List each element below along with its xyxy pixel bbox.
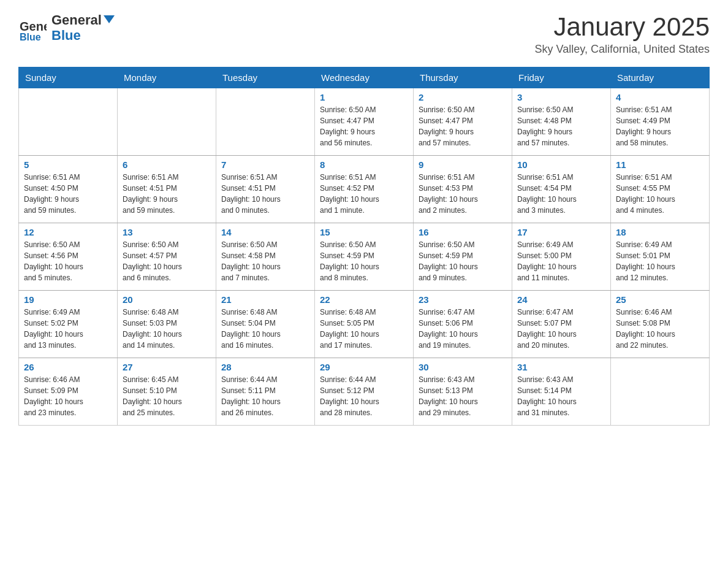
calendar-day-cell — [19, 88, 118, 156]
day-info: Sunrise: 6:50 AM Sunset: 4:57 PM Dayligh… — [123, 239, 211, 283]
calendar-day-header: Saturday — [611, 67, 710, 88]
day-info: Sunrise: 6:48 AM Sunset: 5:03 PM Dayligh… — [123, 307, 211, 351]
calendar-week-row: 26Sunrise: 6:46 AM Sunset: 5:09 PM Dayli… — [19, 358, 710, 426]
day-info: Sunrise: 6:46 AM Sunset: 5:08 PM Dayligh… — [616, 307, 704, 351]
calendar-day-cell: 18Sunrise: 6:49 AM Sunset: 5:01 PM Dayli… — [611, 223, 710, 291]
day-number: 20 — [123, 294, 211, 305]
day-info: Sunrise: 6:50 AM Sunset: 4:48 PM Dayligh… — [517, 104, 605, 148]
day-number: 21 — [221, 294, 309, 305]
calendar-day-cell — [611, 358, 710, 426]
day-number: 17 — [517, 227, 605, 237]
day-info: Sunrise: 6:47 AM Sunset: 5:07 PM Dayligh… — [517, 307, 605, 351]
calendar-day-cell: 4Sunrise: 6:51 AM Sunset: 4:49 PM Daylig… — [611, 88, 710, 156]
day-info: Sunrise: 6:43 AM Sunset: 5:13 PM Dayligh… — [419, 374, 507, 418]
day-number: 11 — [616, 159, 704, 170]
calendar-day-cell — [118, 88, 216, 156]
calendar-day-cell: 27Sunrise: 6:45 AM Sunset: 5:10 PM Dayli… — [118, 358, 216, 426]
calendar-day-header: Friday — [512, 67, 611, 88]
day-number: 10 — [517, 159, 605, 170]
day-info: Sunrise: 6:51 AM Sunset: 4:51 PM Dayligh… — [123, 172, 211, 216]
day-info: Sunrise: 6:51 AM Sunset: 4:54 PM Dayligh… — [517, 172, 605, 216]
calendar-day-header: Wednesday — [315, 67, 414, 88]
calendar-day-cell: 20Sunrise: 6:48 AM Sunset: 5:03 PM Dayli… — [118, 291, 216, 358]
day-number: 18 — [616, 227, 704, 237]
calendar-day-cell: 31Sunrise: 6:43 AM Sunset: 5:14 PM Dayli… — [512, 358, 611, 426]
day-info: Sunrise: 6:49 AM Sunset: 5:00 PM Dayligh… — [517, 239, 605, 283]
day-info: Sunrise: 6:44 AM Sunset: 5:12 PM Dayligh… — [320, 374, 408, 418]
day-info: Sunrise: 6:45 AM Sunset: 5:10 PM Dayligh… — [123, 374, 211, 418]
day-number: 15 — [320, 227, 408, 237]
day-info: Sunrise: 6:44 AM Sunset: 5:11 PM Dayligh… — [221, 374, 309, 418]
day-number: 6 — [123, 159, 211, 170]
day-number: 14 — [221, 227, 309, 237]
day-info: Sunrise: 6:50 AM Sunset: 4:59 PM Dayligh… — [320, 239, 408, 283]
day-number: 12 — [24, 227, 112, 237]
day-number: 26 — [24, 362, 112, 372]
calendar-week-row: 19Sunrise: 6:49 AM Sunset: 5:02 PM Dayli… — [19, 291, 710, 358]
calendar-day-header: Monday — [118, 67, 216, 88]
day-number: 22 — [320, 294, 408, 305]
logo-icon: General Blue — [18, 13, 47, 42]
calendar-header-row: SundayMondayTuesdayWednesdayThursdayFrid… — [19, 67, 710, 88]
day-info: Sunrise: 6:49 AM Sunset: 5:01 PM Dayligh… — [616, 239, 704, 283]
svg-text:General: General — [20, 20, 47, 33]
calendar-day-cell: 22Sunrise: 6:48 AM Sunset: 5:05 PM Dayli… — [315, 291, 414, 358]
calendar-day-cell: 8Sunrise: 6:51 AM Sunset: 4:52 PM Daylig… — [315, 156, 414, 223]
day-number: 2 — [419, 92, 507, 102]
calendar-day-cell: 29Sunrise: 6:44 AM Sunset: 5:12 PM Dayli… — [315, 358, 414, 426]
day-info: Sunrise: 6:46 AM Sunset: 5:09 PM Dayligh… — [24, 374, 112, 418]
logo-general-text: General — [51, 12, 115, 28]
calendar-day-cell: 2Sunrise: 6:50 AM Sunset: 4:47 PM Daylig… — [414, 88, 512, 156]
day-info: Sunrise: 6:50 AM Sunset: 4:56 PM Dayligh… — [24, 239, 112, 283]
calendar-day-cell: 15Sunrise: 6:50 AM Sunset: 4:59 PM Dayli… — [315, 223, 414, 291]
calendar-day-cell: 23Sunrise: 6:47 AM Sunset: 5:06 PM Dayli… — [414, 291, 512, 358]
calendar-day-cell: 11Sunrise: 6:51 AM Sunset: 4:55 PM Dayli… — [611, 156, 710, 223]
calendar-day-cell: 14Sunrise: 6:50 AM Sunset: 4:58 PM Dayli… — [216, 223, 315, 291]
day-number: 23 — [419, 294, 507, 305]
calendar-day-cell: 28Sunrise: 6:44 AM Sunset: 5:11 PM Dayli… — [216, 358, 315, 426]
calendar-day-cell: 19Sunrise: 6:49 AM Sunset: 5:02 PM Dayli… — [19, 291, 118, 358]
calendar-day-cell: 17Sunrise: 6:49 AM Sunset: 5:00 PM Dayli… — [512, 223, 611, 291]
day-info: Sunrise: 6:51 AM Sunset: 4:50 PM Dayligh… — [24, 172, 112, 216]
day-number: 16 — [419, 227, 507, 237]
day-number: 3 — [517, 92, 605, 102]
day-info: Sunrise: 6:51 AM Sunset: 4:51 PM Dayligh… — [221, 172, 309, 216]
calendar-day-cell: 16Sunrise: 6:50 AM Sunset: 4:59 PM Dayli… — [414, 223, 512, 291]
calendar-week-row: 12Sunrise: 6:50 AM Sunset: 4:56 PM Dayli… — [19, 223, 710, 291]
calendar-day-cell: 3Sunrise: 6:50 AM Sunset: 4:48 PM Daylig… — [512, 88, 611, 156]
calendar-day-cell: 21Sunrise: 6:48 AM Sunset: 5:04 PM Dayli… — [216, 291, 315, 358]
calendar-day-header: Sunday — [19, 67, 118, 88]
day-number: 30 — [419, 362, 507, 372]
title-block: January 2025 Sky Valley, California, Uni… — [535, 12, 710, 56]
day-info: Sunrise: 6:51 AM Sunset: 4:53 PM Dayligh… — [419, 172, 507, 216]
day-number: 5 — [24, 159, 112, 170]
day-info: Sunrise: 6:48 AM Sunset: 5:05 PM Dayligh… — [320, 307, 408, 351]
calendar-day-cell: 12Sunrise: 6:50 AM Sunset: 4:56 PM Dayli… — [19, 223, 118, 291]
calendar-day-cell: 9Sunrise: 6:51 AM Sunset: 4:53 PM Daylig… — [414, 156, 512, 223]
calendar-day-cell: 30Sunrise: 6:43 AM Sunset: 5:13 PM Dayli… — [414, 358, 512, 426]
day-info: Sunrise: 6:51 AM Sunset: 4:49 PM Dayligh… — [616, 104, 704, 148]
day-info: Sunrise: 6:50 AM Sunset: 4:47 PM Dayligh… — [419, 104, 507, 148]
location-title: Sky Valley, California, United States — [535, 43, 710, 56]
day-number: 19 — [24, 294, 112, 305]
day-info: Sunrise: 6:51 AM Sunset: 4:55 PM Dayligh… — [616, 172, 704, 216]
calendar-day-header: Tuesday — [216, 67, 315, 88]
calendar-day-cell: 25Sunrise: 6:46 AM Sunset: 5:08 PM Dayli… — [611, 291, 710, 358]
day-number: 29 — [320, 362, 408, 372]
calendar-week-row: 5Sunrise: 6:51 AM Sunset: 4:50 PM Daylig… — [19, 156, 710, 223]
calendar-week-row: 1Sunrise: 6:50 AM Sunset: 4:47 PM Daylig… — [19, 88, 710, 156]
calendar-day-cell — [216, 88, 315, 156]
day-number: 27 — [123, 362, 211, 372]
day-info: Sunrise: 6:48 AM Sunset: 5:04 PM Dayligh… — [221, 307, 309, 351]
day-info: Sunrise: 6:43 AM Sunset: 5:14 PM Dayligh… — [517, 374, 605, 418]
day-info: Sunrise: 6:50 AM Sunset: 4:59 PM Dayligh… — [419, 239, 507, 283]
day-number: 31 — [517, 362, 605, 372]
day-number: 4 — [616, 92, 704, 102]
day-info: Sunrise: 6:50 AM Sunset: 4:47 PM Dayligh… — [320, 104, 408, 148]
calendar-day-cell: 13Sunrise: 6:50 AM Sunset: 4:57 PM Dayli… — [118, 223, 216, 291]
day-number: 7 — [221, 159, 309, 170]
day-info: Sunrise: 6:49 AM Sunset: 5:02 PM Dayligh… — [24, 307, 112, 351]
day-info: Sunrise: 6:50 AM Sunset: 4:58 PM Dayligh… — [221, 239, 309, 283]
day-info: Sunrise: 6:47 AM Sunset: 5:06 PM Dayligh… — [419, 307, 507, 351]
day-number: 28 — [221, 362, 309, 372]
